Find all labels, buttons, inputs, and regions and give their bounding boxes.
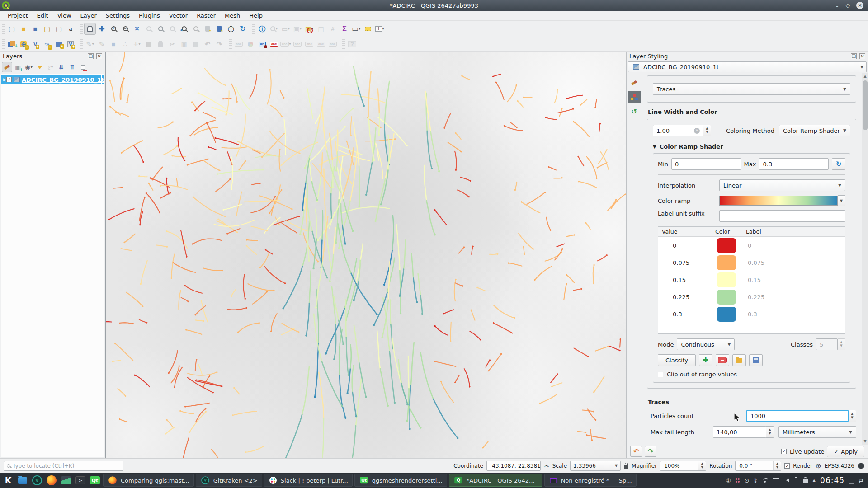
- digitize-icon[interactable]: ∴: [119, 38, 131, 50]
- filter-by-expression-icon[interactable]: ε▾: [45, 62, 56, 72]
- add-group-icon[interactable]: ▣: [13, 62, 23, 72]
- live-update-checkbox[interactable]: ✓: [781, 449, 787, 454]
- expand-layer-icon[interactable]: ▶: [3, 77, 6, 82]
- app-launcher-qt[interactable]: Qt: [89, 474, 101, 487]
- delete-selected-icon[interactable]: [155, 38, 166, 50]
- color-ramp-dropdown[interactable]: ▼: [838, 195, 845, 206]
- color-swatch[interactable]: [717, 290, 736, 305]
- add-virtual-layer-icon[interactable]: V: [65, 38, 76, 50]
- scroll-down-icon[interactable]: ▼: [863, 438, 866, 445]
- column-header-label[interactable]: Label: [742, 228, 845, 235]
- toolbar-grip[interactable]: [229, 39, 232, 49]
- apply-button[interactable]: ✓ Apply: [827, 446, 864, 457]
- min-input[interactable]: 0: [671, 158, 741, 170]
- app-launcher-terminal[interactable]: >: [74, 474, 87, 487]
- coloring-method-combo[interactable]: Color Ramp Shader ▼: [779, 125, 850, 136]
- map-tips-icon[interactable]: [362, 23, 374, 35]
- menu-view[interactable]: View: [53, 11, 75, 20]
- refresh-icon[interactable]: ↻: [237, 23, 249, 35]
- undo-icon[interactable]: ↶: [202, 38, 213, 50]
- app-launcher-photos[interactable]: [60, 474, 72, 487]
- temporal-controller-icon[interactable]: ◷: [225, 23, 237, 35]
- toggle-extents-icon[interactable]: ✂: [544, 462, 549, 469]
- menu-help[interactable]: Help: [245, 11, 267, 20]
- tray-info-icon[interactable]: ①: [726, 477, 731, 484]
- app-launcher-kde[interactable]: K: [2, 474, 14, 487]
- color-ramp-widget[interactable]: [719, 196, 838, 206]
- app-launcher-files[interactable]: [16, 474, 29, 487]
- remove-value-button[interactable]: ▬: [716, 354, 729, 366]
- measure-icon[interactable]: ▭▾: [350, 23, 362, 35]
- zoom-out-icon[interactable]: −: [119, 23, 131, 35]
- layout-manager-icon[interactable]: ▢: [53, 23, 65, 35]
- data-source-manager-icon[interactable]: [6, 38, 18, 50]
- zoom-to-selection-icon[interactable]: [143, 23, 155, 35]
- remove-layer-icon[interactable]: [78, 62, 88, 72]
- vault-icon[interactable]: [803, 479, 808, 483]
- style-undo-button[interactable]: ↶: [630, 446, 642, 457]
- particles-count-stepper[interactable]: ▲▼: [849, 410, 856, 422]
- messages-icon[interactable]: [858, 463, 864, 469]
- paste-features-icon[interactable]: ▤: [190, 38, 202, 50]
- tray-expand-icon[interactable]: ▲: [812, 478, 816, 483]
- close-button[interactable]: ✕: [856, 2, 863, 9]
- magnifier-spin[interactable]: 100% ▲▼: [660, 461, 706, 471]
- add-vector-layer-icon[interactable]: V: [29, 38, 41, 50]
- toolbar-grip[interactable]: [80, 39, 83, 49]
- clear-icon[interactable]: ✕: [694, 128, 700, 134]
- table-row[interactable]: 0 0: [658, 237, 845, 254]
- toolbar-grip[interactable]: [2, 24, 5, 34]
- rotation-spin[interactable]: 0,0 ° ▲▼: [735, 461, 781, 471]
- vertex-tool-icon[interactable]: ✛▾: [131, 38, 143, 50]
- display-icon[interactable]: [773, 478, 779, 483]
- layer-diagram-options-icon[interactable]: [245, 38, 256, 50]
- coordinate-input[interactable]: -43.1087,-22.8381: [486, 461, 541, 471]
- feature-action-icon[interactable]: ▾: [268, 23, 280, 35]
- change-label-icon[interactable]: abc: [327, 38, 339, 50]
- classes-stepper[interactable]: ▲▼: [838, 338, 845, 350]
- pan-map-icon[interactable]: [84, 23, 96, 35]
- save-edits-icon[interactable]: ■: [108, 38, 119, 50]
- attribute-table-icon[interactable]: ▤: [315, 23, 327, 35]
- table-row[interactable]: 0.225 0.225: [658, 288, 845, 305]
- new-bookmark-icon[interactable]: [202, 23, 213, 35]
- menu-vector[interactable]: Vector: [165, 11, 192, 20]
- menu-plugins[interactable]: Plugins: [135, 11, 164, 20]
- layer-labeling-icon[interactable]: ab: [256, 38, 268, 50]
- menu-mesh[interactable]: Mesh: [221, 11, 244, 20]
- toolbar-grip[interactable]: [2, 39, 5, 49]
- max-tail-length-stepper[interactable]: ▲▼: [766, 426, 774, 438]
- menu-edit[interactable]: Edit: [33, 11, 52, 20]
- clock[interactable]: 06:45: [820, 476, 844, 485]
- wifi-icon[interactable]: [762, 478, 768, 483]
- open-project-icon[interactable]: ■: [18, 23, 29, 35]
- current-edits-icon[interactable]: ✎▾: [84, 38, 96, 50]
- zoom-full-icon[interactable]: ✕: [131, 23, 143, 35]
- toolbar-grip[interactable]: [342, 39, 345, 49]
- float-panel-icon[interactable]: ❏: [851, 53, 857, 59]
- volume-icon[interactable]: [784, 478, 789, 483]
- app-launcher-gitkraken[interactable]: ♆: [31, 474, 43, 487]
- layer-visibility-checkbox[interactable]: ✓: [6, 77, 12, 82]
- tab-symbology[interactable]: [628, 76, 641, 89]
- tray-dots-icon[interactable]: [736, 478, 740, 483]
- toolbar-grip[interactable]: [80, 24, 83, 34]
- copy-features-icon[interactable]: ▣: [178, 38, 190, 50]
- line-width-stepper[interactable]: ▲▼: [703, 125, 711, 136]
- redo-icon[interactable]: ↷: [213, 38, 225, 50]
- pager-icon[interactable]: ⇄: [859, 477, 863, 484]
- pan-to-selection-icon[interactable]: ✚: [96, 23, 108, 35]
- table-row[interactable]: 0.3 0.3: [658, 305, 845, 323]
- layer-no-labels-icon[interactable]: abc: [268, 38, 280, 50]
- add-mesh-layer-icon[interactable]: [53, 38, 65, 50]
- column-header-color[interactable]: Color: [712, 228, 742, 235]
- maximize-button[interactable]: ◇: [846, 2, 850, 9]
- scroll-up-icon[interactable]: ▲: [863, 73, 866, 80]
- rotate-label-icon[interactable]: abc: [315, 38, 327, 50]
- clip-checkbox[interactable]: [658, 372, 663, 377]
- add-layer-icon[interactable]: ⊕: [18, 38, 29, 50]
- app-launcher-firefox[interactable]: [45, 474, 58, 487]
- menu-layer[interactable]: Layer: [76, 11, 101, 20]
- classify-button[interactable]: Classify: [658, 354, 696, 366]
- table-row[interactable]: 0.15 0.15: [658, 271, 845, 288]
